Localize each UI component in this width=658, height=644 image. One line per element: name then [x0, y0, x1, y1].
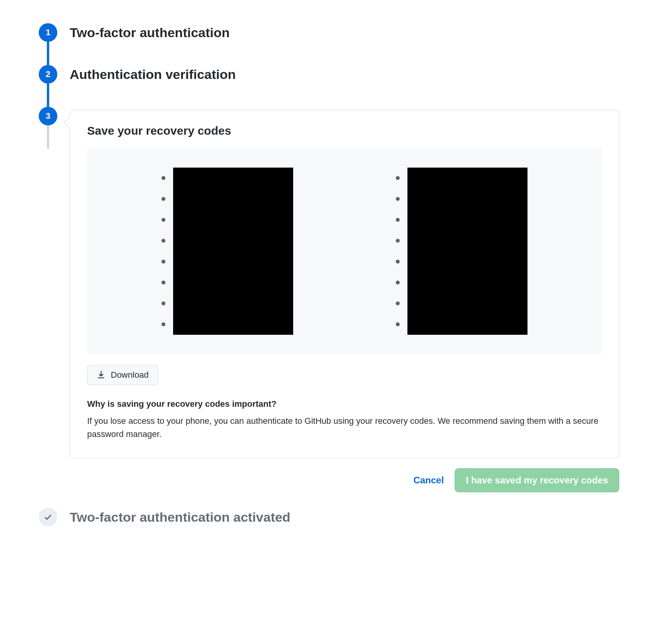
recovery-codes-column-right [396, 168, 527, 335]
step-4-indicator [39, 508, 57, 526]
recovery-code-item [396, 188, 527, 209]
recovery-code-item [396, 230, 527, 251]
recovery-code-redacted [407, 272, 527, 293]
why-important-body: If you lose access to your phone, you ca… [87, 414, 602, 441]
recovery-code-redacted [173, 293, 293, 314]
recovery-code-item [396, 168, 527, 188]
recovery-code-redacted [173, 272, 293, 293]
recovery-code-redacted [407, 188, 527, 209]
step-3-indicator: 3 [39, 107, 57, 125]
recovery-code-item [396, 251, 527, 272]
recovery-code-item [161, 314, 293, 335]
recovery-code-redacted [407, 314, 527, 335]
step-1-title: Two-factor authentication [70, 23, 619, 42]
recovery-code-item [396, 209, 527, 230]
step-1-indicator: 1 [39, 23, 57, 42]
step-actions: Cancel I have saved my recovery codes [70, 468, 619, 492]
step-4-title: Two-factor authentication activated [70, 508, 619, 526]
recovery-code-redacted [173, 314, 293, 335]
recovery-code-item [161, 251, 293, 272]
recovery-code-redacted [173, 168, 293, 188]
recovery-codes-column-left [161, 168, 293, 335]
two-factor-setup-wizard: 1 Two-factor authentication 2 Authentica… [39, 23, 619, 530]
recovery-code-redacted [173, 230, 293, 251]
recovery-code-item [161, 188, 293, 209]
recovery-code-redacted [407, 209, 527, 230]
step-1-row: 1 Two-factor authentication [39, 23, 619, 65]
cancel-button[interactable]: Cancel [413, 475, 444, 486]
recovery-codes-panel [87, 148, 602, 354]
card-title: Save your recovery codes [87, 124, 602, 137]
recovery-code-redacted [407, 168, 527, 188]
step-3-row: 3 Save your recovery codes [39, 107, 619, 508]
why-important-heading: Why is saving your recovery codes import… [87, 399, 602, 409]
recovery-code-item [161, 230, 293, 251]
recovery-codes-card: Save your recovery codes [70, 110, 619, 458]
recovery-code-item [396, 272, 527, 293]
recovery-code-item [161, 168, 293, 188]
recovery-code-redacted [407, 251, 527, 272]
download-icon [97, 371, 105, 379]
recovery-code-redacted [407, 293, 527, 314]
recovery-code-item [396, 293, 527, 314]
check-icon [44, 513, 52, 521]
step-2-title: Authentication verification [70, 65, 619, 84]
recovery-code-item [161, 272, 293, 293]
recovery-code-redacted [173, 251, 293, 272]
step-2-row: 2 Authentication verification [39, 65, 619, 107]
recovery-code-item [161, 209, 293, 230]
recovery-code-redacted [407, 230, 527, 251]
recovery-code-redacted [173, 188, 293, 209]
download-button[interactable]: Download [87, 365, 158, 385]
download-button-label: Download [111, 370, 149, 380]
step-2-indicator: 2 [39, 65, 57, 84]
confirm-saved-button[interactable]: I have saved my recovery codes [455, 468, 619, 492]
step-4-row: Two-factor authentication activated [39, 508, 619, 530]
recovery-code-item [161, 293, 293, 314]
recovery-code-item [396, 314, 527, 335]
recovery-code-redacted [173, 209, 293, 230]
